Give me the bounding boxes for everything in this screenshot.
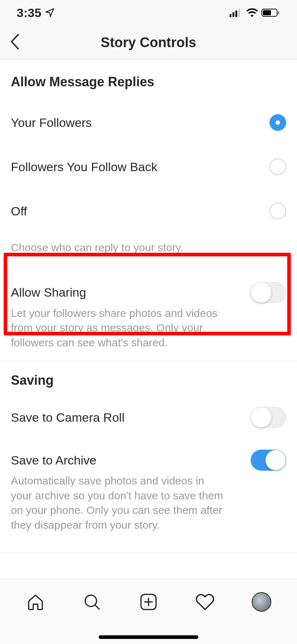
save-archive-desc: Automatically save photos and videos in … bbox=[11, 474, 228, 532]
nav-activity[interactable] bbox=[192, 589, 218, 615]
nav-home[interactable] bbox=[23, 589, 48, 615]
section-title-saving: Saving bbox=[11, 361, 286, 399]
wifi-icon bbox=[246, 6, 258, 20]
section-allow-sharing: Allow Sharing Let your followers share p… bbox=[0, 271, 297, 362]
search-icon bbox=[83, 593, 101, 611]
svg-rect-6 bbox=[278, 11, 279, 14]
save-archive-label: Save to Archive bbox=[11, 453, 96, 467]
status-time: 3:35 bbox=[17, 6, 41, 20]
section-saving: Saving Save to Camera Roll Save to Archi… bbox=[0, 361, 297, 553]
section-title-replies: Allow Message Replies bbox=[11, 60, 286, 100]
toggle-knob-icon bbox=[265, 450, 286, 470]
allow-sharing-desc: Let your followers share photos and vide… bbox=[11, 306, 228, 350]
svg-rect-5 bbox=[263, 10, 271, 15]
location-icon bbox=[45, 6, 54, 20]
svg-rect-0 bbox=[230, 14, 231, 17]
save-archive-toggle[interactable] bbox=[251, 450, 286, 471]
bottom-nav bbox=[0, 579, 297, 644]
section-message-replies: Allow Message Replies Your Followers Fol… bbox=[0, 60, 297, 271]
heart-icon bbox=[195, 592, 215, 612]
radio-row-follow-back[interactable]: Followers You Follow Back bbox=[11, 145, 286, 189]
radio-label: Off bbox=[11, 204, 27, 218]
svg-line-8 bbox=[95, 605, 100, 610]
radio-selected-icon[interactable] bbox=[269, 114, 286, 131]
radio-unselected-icon[interactable] bbox=[269, 203, 286, 219]
radio-row-your-followers[interactable]: Your Followers bbox=[11, 100, 286, 145]
allow-sharing-label: Allow Sharing bbox=[11, 285, 86, 300]
nav-add-post[interactable] bbox=[136, 589, 161, 615]
nav-profile[interactable] bbox=[249, 589, 274, 615]
radio-label: Your Followers bbox=[11, 116, 92, 130]
replies-hint-text: Choose who can reply to your story. bbox=[11, 233, 286, 271]
profile-avatar-icon bbox=[252, 592, 271, 612]
home-icon bbox=[26, 593, 45, 611]
back-button[interactable] bbox=[9, 34, 20, 51]
svg-rect-1 bbox=[233, 12, 234, 17]
battery-icon bbox=[262, 6, 280, 20]
header-bar: Story Controls bbox=[0, 25, 297, 60]
radio-row-off[interactable]: Off bbox=[11, 189, 286, 233]
radio-unselected-icon[interactable] bbox=[269, 158, 286, 175]
status-bar: 3:35 bbox=[0, 0, 297, 25]
radio-label: Followers You Follow Back bbox=[11, 160, 157, 174]
plus-square-icon bbox=[139, 593, 158, 611]
nav-search[interactable] bbox=[79, 589, 105, 615]
toggle-knob-icon bbox=[251, 407, 271, 428]
home-indicator[interactable] bbox=[99, 635, 198, 639]
page-title: Story Controls bbox=[0, 35, 297, 50]
cell-signal-icon bbox=[230, 6, 243, 20]
svg-point-7 bbox=[85, 595, 96, 606]
save-camera-roll-toggle[interactable] bbox=[251, 407, 286, 428]
toggle-knob-icon bbox=[251, 282, 271, 303]
save-camera-roll-label: Save to Camera Roll bbox=[11, 410, 125, 425]
svg-rect-2 bbox=[235, 11, 237, 17]
svg-rect-3 bbox=[238, 9, 240, 17]
allow-sharing-toggle[interactable] bbox=[251, 282, 286, 303]
